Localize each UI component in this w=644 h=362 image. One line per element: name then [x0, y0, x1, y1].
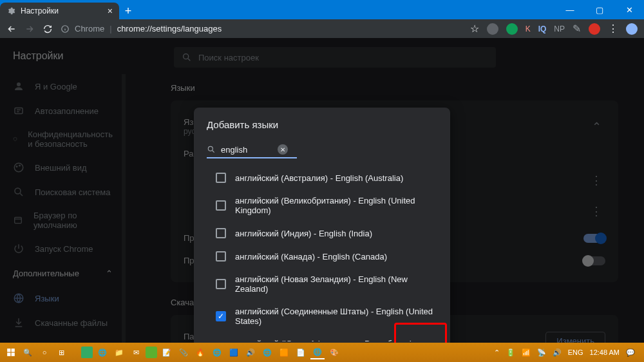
tb-app-1[interactable] — [81, 347, 93, 358]
start-button[interactable] — [4, 345, 18, 359]
close-tab-icon[interactable]: × — [108, 6, 113, 16]
tb-app-chrome[interactable]: 🌐 — [310, 345, 325, 359]
tb-app-2[interactable]: 🌐 — [95, 345, 109, 359]
svg-rect-14 — [7, 348, 10, 352]
language-label: английский (Индия) - English (India) — [235, 229, 372, 238]
language-option[interactable]: английский (Канада) - English (Canada) — [194, 245, 450, 268]
back-icon[interactable] — [6, 24, 17, 34]
language-option[interactable]: ✓английский (Соединенные Штаты) - Englis… — [194, 300, 450, 332]
language-option[interactable]: английский (Южно-Африканская Республика)… — [194, 332, 450, 341]
browser-tab[interactable]: Настройки × — [0, 3, 119, 19]
search-button[interactable]: 🔍 — [21, 345, 35, 359]
ext-icon-6[interactable]: ✎ — [573, 23, 581, 35]
ext-icon-4[interactable]: IQ — [538, 24, 547, 33]
language-label: английский (Австралия) - English (Austra… — [235, 173, 403, 183]
language-option[interactable]: английский (Австралия) - English (Austra… — [194, 166, 450, 189]
add-languages-dialog: Добавить языки ✕ английский (Австралия) … — [194, 108, 450, 343]
tb-app-4[interactable]: ✉ — [129, 345, 143, 359]
tb-app-15[interactable]: 🎨 — [327, 345, 341, 359]
titlebar: Настройки × + — ▢ ✕ — [0, 0, 644, 19]
language-label: английский (Соединенные Штаты) - English… — [235, 307, 437, 326]
tray-lang[interactable]: ENG — [568, 348, 583, 356]
tray-volume-icon[interactable]: 🔊 — [553, 348, 562, 357]
tray-battery-icon[interactable]: 🔋 — [506, 348, 515, 357]
tb-app-14[interactable]: 📄 — [294, 345, 308, 359]
svg-rect-17 — [12, 353, 15, 356]
tab-title: Настройки — [21, 6, 59, 15]
svg-rect-16 — [7, 353, 10, 356]
search-icon — [207, 145, 216, 154]
tb-app-12[interactable]: 🌐 — [260, 345, 274, 359]
language-checkbox[interactable] — [216, 228, 226, 238]
tray-time[interactable]: 12:48 AM — [590, 348, 620, 356]
url-box[interactable]: Chrome | chrome://settings/languages — [61, 24, 462, 33]
language-label: английский (Южно-Африканская Республика)… — [235, 339, 437, 341]
ext-icon-2[interactable] — [506, 23, 518, 35]
language-option[interactable]: английский (Новая Зеландия) - English (N… — [194, 268, 450, 300]
ext-icon-1[interactable] — [487, 23, 498, 35]
url-text: chrome://settings/languages — [117, 24, 222, 33]
language-checkbox[interactable] — [216, 251, 226, 262]
maximize-button[interactable]: ▢ — [585, 0, 614, 19]
language-label: английский (Великобритания) - English (U… — [235, 196, 437, 215]
language-checkbox[interactable] — [216, 200, 226, 211]
ext-icon-5[interactable]: NP — [554, 24, 565, 33]
url-scheme: Chrome — [75, 24, 104, 33]
menu-icon[interactable]: ⋮ — [608, 23, 618, 35]
dialog-title: Добавить языки — [194, 108, 450, 142]
language-label: английский (Новая Зеландия) - English (N… — [235, 274, 437, 294]
tb-app-13[interactable]: 🟧 — [277, 345, 291, 359]
tray-wifi-icon[interactable]: 📡 — [537, 348, 546, 357]
forward-icon[interactable] — [24, 24, 35, 34]
svg-point-13 — [208, 146, 213, 151]
cortana-button[interactable]: ○ — [37, 345, 52, 359]
minimize-button[interactable]: — — [555, 0, 585, 19]
language-checkbox[interactable] — [216, 173, 226, 183]
taskview-button[interactable]: ⊞ — [54, 345, 68, 359]
clear-search-icon[interactable]: ✕ — [278, 144, 288, 155]
tb-app-3[interactable]: 📁 — [112, 345, 126, 359]
tb-app-8[interactable]: 🔥 — [193, 345, 207, 359]
address-bar: Chrome | chrome://settings/languages ☆ K… — [0, 19, 644, 38]
dialog-search-input[interactable] — [221, 145, 272, 155]
tb-app-6[interactable]: 📝 — [160, 345, 174, 359]
language-list[interactable]: английский (Австралия) - English (Austra… — [194, 166, 450, 341]
star-icon[interactable]: ☆ — [470, 23, 479, 35]
avatar-icon[interactable] — [626, 23, 638, 35]
new-tab-button[interactable]: + — [119, 3, 137, 19]
tray-notifications-icon[interactable]: 💬 — [626, 348, 635, 357]
tb-app-11[interactable]: 🔊 — [243, 345, 258, 359]
dialog-search[interactable]: ✕ — [207, 142, 297, 158]
ext-icon-3[interactable]: K — [526, 24, 531, 33]
system-tray: ⌃ 🔋 📶 📡 🔊 ENG 12:48 AM 💬 — [494, 348, 640, 357]
language-checkbox[interactable]: ✓ — [216, 311, 226, 321]
tb-app-7[interactable]: 📎 — [176, 345, 191, 359]
reload-icon[interactable] — [43, 24, 53, 34]
tray-chevron-icon[interactable]: ⌃ — [494, 348, 500, 357]
language-option[interactable]: английский (Великобритания) - English (U… — [194, 189, 450, 222]
tb-app-10[interactable]: 🟦 — [227, 345, 241, 359]
svg-rect-15 — [12, 348, 15, 352]
tb-app-5[interactable] — [146, 347, 157, 358]
taskbar: 🔍 ○ ⊞ 🌐 📁 ✉ 📝 📎 🔥 🌐 🟦 🔊 🌐 🟧 📄 🌐 🎨 ⌃ 🔋 📶 … — [0, 343, 644, 362]
ext-icon-7[interactable] — [589, 23, 600, 35]
tb-app-9[interactable]: 🌐 — [210, 345, 224, 359]
language-label: английский (Канада) - English (Canada) — [235, 252, 387, 262]
language-option[interactable]: английский (Индия) - English (India) — [194, 222, 450, 245]
tray-network-icon[interactable]: 📶 — [522, 348, 531, 357]
info-icon — [61, 24, 70, 33]
close-window-button[interactable]: ✕ — [614, 0, 644, 19]
language-checkbox[interactable] — [216, 279, 226, 289]
gear-icon — [6, 6, 15, 15]
